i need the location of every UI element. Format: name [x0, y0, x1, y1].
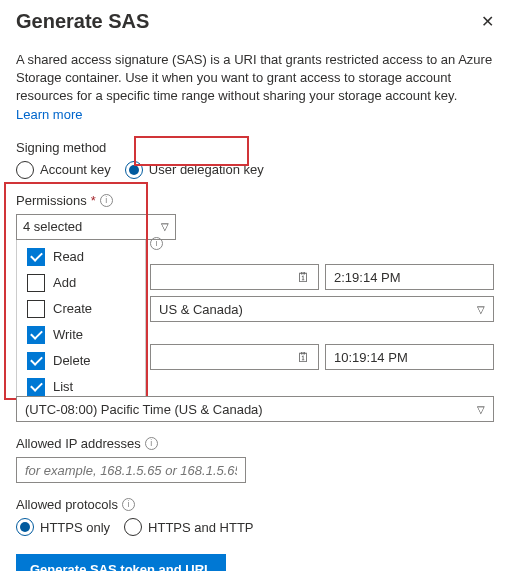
end-date-input[interactable]: 🗓 — [150, 344, 319, 370]
ip-label-text: Allowed IP addresses — [16, 436, 141, 451]
timezone-value: US & Canada) — [159, 302, 243, 317]
chevron-down-icon: ▽ — [477, 304, 485, 315]
required-asterisk: * — [91, 193, 96, 208]
permission-write[interactable]: Write — [17, 322, 145, 348]
permission-read[interactable]: Read — [17, 244, 145, 270]
radio-circle-icon — [16, 518, 34, 536]
info-icon[interactable]: i — [122, 498, 135, 511]
permissions-label: Permissions * i — [16, 193, 494, 208]
allowed-ip-input[interactable] — [16, 457, 246, 483]
time-value: 10:19:14 PM — [334, 350, 408, 365]
signing-method-label: Signing method — [16, 140, 494, 155]
info-icon[interactable]: i — [145, 437, 158, 450]
checkbox-icon — [27, 248, 45, 266]
permission-label: Add — [53, 275, 76, 290]
allowed-ip-label: Allowed IP addresses i — [16, 436, 494, 451]
allowed-protocols-label: Allowed protocols i — [16, 497, 494, 512]
radio-user-delegation-key[interactable]: User delegation key — [125, 161, 264, 179]
radio-circle-icon — [124, 518, 142, 536]
end-timezone-select[interactable]: (UTC-08:00) Pacific Time (US & Canada) ▽ — [16, 396, 494, 422]
description-body: A shared access signature (SAS) is a URI… — [16, 52, 492, 103]
permission-label: Create — [53, 301, 92, 316]
close-icon[interactable]: ✕ — [481, 12, 494, 31]
permission-delete[interactable]: Delete — [17, 348, 145, 374]
end-datetime-row: 🗓 10:19:14 PM — [150, 344, 494, 370]
permission-label: Write — [53, 327, 83, 342]
permission-label: Read — [53, 249, 84, 264]
radio-account-key[interactable]: Account key — [16, 161, 111, 179]
start-datetime-row: 🗓 2:19:14 PM — [150, 264, 494, 290]
end-time-input[interactable]: 10:19:14 PM — [325, 344, 494, 370]
checkbox-icon — [27, 300, 45, 318]
chevron-down-icon: ▽ — [477, 404, 485, 415]
dropdown-value: 4 selected — [23, 219, 82, 234]
start-time-input[interactable]: 2:19:14 PM — [325, 264, 494, 290]
radio-label: User delegation key — [149, 162, 264, 177]
generate-sas-button[interactable]: Generate SAS token and URL — [16, 554, 226, 571]
permissions-list: Read Add Create Write Delete List — [16, 240, 146, 405]
info-icon[interactable]: i — [150, 237, 163, 250]
calendar-icon: 🗓 — [297, 350, 310, 365]
checkbox-icon — [27, 352, 45, 370]
permission-add[interactable]: Add — [17, 270, 145, 296]
start-timezone-select[interactable]: US & Canada) ▽ — [150, 296, 494, 322]
radio-label: HTTPS and HTTP — [148, 520, 253, 535]
radio-circle-icon — [16, 161, 34, 179]
radio-https-only[interactable]: HTTPS only — [16, 518, 110, 536]
start-date-input[interactable]: 🗓 — [150, 264, 319, 290]
calendar-icon: 🗓 — [297, 270, 310, 285]
info-icon[interactable]: i — [100, 194, 113, 207]
radio-circle-icon — [125, 161, 143, 179]
chevron-down-icon: ▽ — [161, 221, 169, 232]
protocols-group: HTTPS only HTTPS and HTTP — [16, 518, 494, 536]
time-value: 2:19:14 PM — [334, 270, 401, 285]
panel-title: Generate SAS — [16, 10, 149, 33]
description-text: A shared access signature (SAS) is a URI… — [16, 51, 494, 124]
radio-label: Account key — [40, 162, 111, 177]
permission-label: Delete — [53, 353, 91, 368]
checkbox-icon — [27, 326, 45, 344]
radio-https-and-http[interactable]: HTTPS and HTTP — [124, 518, 253, 536]
signing-method-group: Account key User delegation key — [16, 161, 494, 179]
protocols-label-text: Allowed protocols — [16, 497, 118, 512]
checkbox-icon — [27, 378, 45, 396]
radio-label: HTTPS only — [40, 520, 110, 535]
timezone-value: (UTC-08:00) Pacific Time (US & Canada) — [25, 402, 263, 417]
permissions-label-text: Permissions — [16, 193, 87, 208]
learn-more-link[interactable]: Learn more — [16, 107, 82, 122]
checkbox-icon — [27, 274, 45, 292]
permission-label: List — [53, 379, 73, 394]
permission-create[interactable]: Create — [17, 296, 145, 322]
